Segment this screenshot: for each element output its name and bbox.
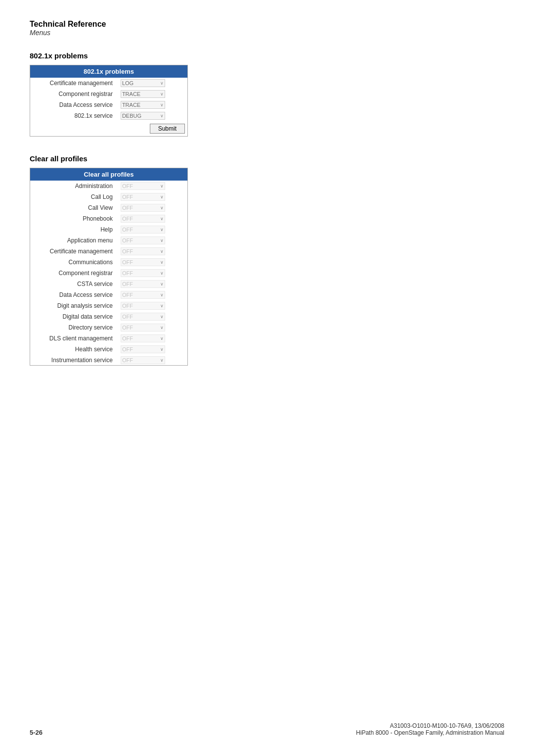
row-select[interactable]: OFFON (121, 334, 165, 342)
row-label: Call View (30, 202, 117, 213)
section-802-title: 802.1x problems (30, 51, 504, 60)
row-select[interactable]: OFFON (121, 258, 165, 266)
row-select[interactable]: OFFON (121, 291, 165, 299)
row-select[interactable]: OFFON (121, 193, 165, 201)
footer-reference: A31003-O1010-M100-10-76A9, 13/06/2008 (356, 722, 504, 729)
footer-page-number: 5-26 (30, 729, 43, 736)
table-row: HelpOFFON (30, 224, 187, 235)
row-select[interactable]: OFFON (121, 204, 165, 212)
section-clear: Clear all profiles Clear all profiles Ad… (30, 154, 504, 366)
table-row: Data Access serviceOFFON (30, 289, 187, 300)
row-label: Application menu (30, 235, 117, 246)
row-label: Certificate management (30, 78, 117, 89)
row-select[interactable]: LOGTRACEDEBUGOFF (121, 112, 165, 120)
submit-button[interactable]: Submit (150, 124, 185, 134)
row-select[interactable]: OFFON (121, 247, 165, 255)
table-row: Component registrarOFFON (30, 268, 187, 279)
row-label: CSTA service (30, 279, 117, 289)
table-row: AdministrationOFFON (30, 181, 187, 191)
row-select[interactable]: OFFON (121, 356, 165, 364)
table-row: PhonebookOFFON (30, 213, 187, 224)
row-label: Phonebook (30, 213, 117, 224)
section-clear-title: Clear all profiles (30, 154, 504, 163)
table-row: Digital data serviceOFFON (30, 311, 187, 322)
section-802: 802.1x problems 802.1x problems Certific… (30, 51, 504, 137)
row-select[interactable]: OFFON (121, 313, 165, 321)
row-select[interactable]: LOGTRACEDEBUGOFF (121, 90, 165, 98)
table-row: CSTA serviceOFFON (30, 279, 187, 289)
page-subtitle: Menus (30, 29, 504, 37)
table-row: Submit (30, 121, 187, 136)
table-row: Health serviceOFFON (30, 344, 187, 355)
page-title: Technical Reference (30, 20, 504, 29)
table-row: Application menuOFFON (30, 235, 187, 246)
table-row: Component registrarLOGTRACEDEBUGOFF (30, 89, 187, 99)
row-select[interactable]: OFFON (121, 324, 165, 331)
row-select[interactable]: LOGTRACEDEBUGOFF (121, 79, 165, 87)
row-label: Help (30, 224, 117, 235)
table-row: Certificate managementOFFON (30, 246, 187, 257)
row-label: Health service (30, 344, 117, 355)
row-label: Administration (30, 181, 117, 191)
table-clear-container: Clear all profiles AdministrationOFFONCa… (30, 168, 188, 366)
table-row: 802.1x serviceLOGTRACEDEBUGOFF (30, 110, 187, 121)
table-row: CommunicationsOFFON (30, 257, 187, 268)
row-select[interactable]: OFFON (121, 280, 165, 288)
table-clear: AdministrationOFFONCall LogOFFONCall Vie… (30, 181, 187, 366)
row-label: Call Log (30, 191, 117, 202)
table-clear-header: Clear all profiles (30, 168, 187, 181)
table-row: DLS client managementOFFON (30, 333, 187, 344)
row-label: Data Access service (30, 289, 117, 300)
row-label: Digit analysis service (30, 300, 117, 311)
row-label: Data Access service (30, 99, 117, 110)
row-label: Component registrar (30, 89, 117, 99)
row-label: Digital data service (30, 311, 117, 322)
footer: A31003-O1010-M100-10-76A9, 13/06/2008 Hi… (356, 722, 504, 736)
footer-product: HiPath 8000 - OpenStage Family, Administ… (356, 729, 504, 736)
row-label: Directory service (30, 322, 117, 333)
row-select[interactable]: OFFON (121, 345, 165, 353)
row-label: Component registrar (30, 268, 117, 279)
table-row: Instrumentation serviceOFFON (30, 355, 187, 366)
row-label: DLS client management (30, 333, 117, 344)
row-select[interactable]: OFFON (121, 215, 165, 223)
row-label: Certificate management (30, 246, 117, 257)
table-row: Data Access serviceLOGTRACEDEBUGOFF (30, 99, 187, 110)
row-select[interactable]: OFFON (121, 182, 165, 190)
row-select[interactable]: OFFON (121, 269, 165, 277)
table-802: Certificate managementLOGTRACEDEBUGOFFCo… (30, 78, 187, 136)
row-select[interactable]: OFFON (121, 302, 165, 310)
table-row: Certificate managementLOGTRACEDEBUGOFF (30, 78, 187, 89)
row-select[interactable]: OFFON (121, 226, 165, 234)
row-label: Instrumentation service (30, 355, 117, 366)
table-802-header: 802.1x problems (30, 65, 187, 78)
row-label: Communications (30, 257, 117, 268)
table-802-container: 802.1x problems Certificate managementLO… (30, 65, 188, 137)
table-row: Call LogOFFON (30, 191, 187, 202)
page-header: Technical Reference Menus (30, 20, 504, 37)
row-select[interactable]: OFFON (121, 236, 165, 244)
table-row: Directory serviceOFFON (30, 322, 187, 333)
row-label: 802.1x service (30, 110, 117, 121)
table-row: Call ViewOFFON (30, 202, 187, 213)
table-row: Digit analysis serviceOFFON (30, 300, 187, 311)
row-select[interactable]: LOGTRACEDEBUGOFF (121, 101, 165, 109)
